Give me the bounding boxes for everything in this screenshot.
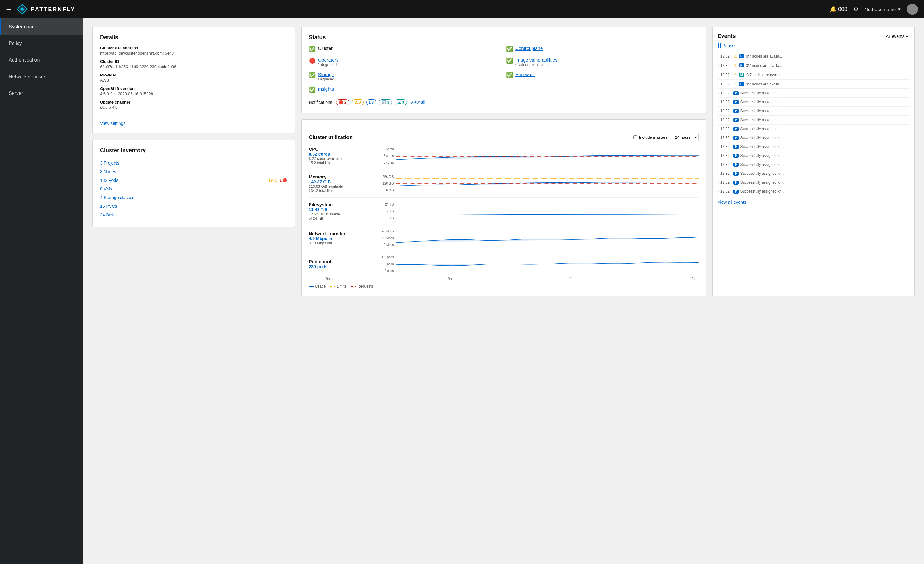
utilization-header: Cluster utilization Include masters 24 h…	[309, 133, 699, 141]
event-item: › 12:32 ⚠ P 0/7 nodes are availa...	[718, 61, 910, 70]
chevron-right-icon[interactable]: ›	[718, 127, 718, 131]
event-text: Successfully assigned kn...	[740, 144, 785, 149]
status-item-operators: 🔴 Operators 1 degraded	[309, 57, 501, 67]
event-time: 12:32	[720, 144, 732, 149]
chevron-right-icon[interactable]: ›	[718, 92, 718, 95]
notif-badge-red[interactable]: 🔴 2	[336, 99, 349, 105]
legend-usage: Usage	[309, 284, 326, 289]
chevron-right-icon[interactable]: ›	[718, 172, 718, 175]
events-filter-select[interactable]: All events	[885, 34, 909, 39]
list-item: 3 Nodes	[100, 167, 287, 176]
view-all-events-link[interactable]: View all events	[718, 200, 910, 205]
chart-pods	[396, 256, 699, 272]
inventory-link-nodes[interactable]: 3 Nodes	[100, 169, 287, 174]
sidebar-item-policy[interactable]: Policy	[0, 35, 83, 52]
event-time: 12:32	[720, 91, 732, 95]
event-text: Successfully assigned kn...	[740, 135, 785, 140]
notif-badge-blue[interactable]: ℹ 3	[366, 99, 376, 105]
operators-sub: 1 degraded	[318, 63, 339, 67]
events-pause-button[interactable]: Pause	[718, 43, 910, 48]
notif-badge-teal[interactable]: 🔄 3	[379, 99, 392, 105]
chevron-right-icon[interactable]: ›	[718, 136, 718, 140]
event-text: 0/7 nodes are availa...	[746, 54, 782, 59]
status-link-hardware[interactable]: Hardware	[515, 72, 535, 77]
util-limit-cpu: 15.2 total limit	[309, 161, 376, 165]
inventory-title: Cluster inventory	[100, 147, 287, 154]
provider-label: Provider	[100, 73, 287, 77]
chevron-right-icon[interactable]: ›	[718, 145, 718, 149]
include-masters-label[interactable]: Include masters	[633, 135, 668, 140]
avatar[interactable]	[907, 4, 918, 15]
status-title: Status	[309, 34, 699, 41]
events-header: Events All events	[718, 33, 910, 39]
warning-icon: ⚠	[734, 54, 737, 59]
inventory-link-disks[interactable]: 24 Disks	[100, 212, 287, 217]
event-badge-m: M	[739, 73, 744, 77]
chevron-right-icon[interactable]: ›	[718, 163, 718, 167]
inventory-link-storage-classes[interactable]: 4 Storage classes	[100, 195, 287, 200]
legend-usage-label: Usage	[315, 284, 326, 289]
event-badge-p: P	[734, 171, 739, 176]
time-range-select[interactable]: 24 hours 1 hour 6 hours	[671, 133, 699, 141]
event-text: Successfully assigned kn...	[740, 127, 785, 131]
inventory-link-projects[interactable]: 3 Projects	[100, 161, 287, 165]
status-link-operators[interactable]: Operators	[318, 57, 339, 63]
inventory-link-pvcs[interactable]: 16 PVCs	[100, 204, 287, 209]
chevron-right-icon[interactable]: ›	[718, 82, 718, 86]
event-badge-p: P	[739, 54, 744, 58]
chevron-right-icon[interactable]: ›	[718, 73, 718, 77]
chevron-right-icon[interactable]: ›	[718, 190, 718, 193]
event-time: 12:32	[720, 162, 732, 167]
status-ok-icon: ✅	[506, 46, 513, 53]
list-item: 16 PVCs	[100, 202, 287, 211]
sidebar-item-system-panel[interactable]: System panel	[0, 18, 83, 35]
status-link-image-vuln[interactable]: Image vulnerabilities	[515, 57, 558, 63]
util-metric-pods: Pod count	[309, 259, 376, 264]
view-settings-link[interactable]: View settings	[100, 121, 125, 126]
util-value-pods: 230 pods	[309, 264, 376, 269]
chevron-right-icon[interactable]: ›	[718, 118, 718, 122]
notif-badge-orange[interactable]: ⚠ 3	[352, 99, 364, 105]
status-link-control-plane[interactable]: Control plane	[515, 46, 543, 51]
event-text: Successfully assigned kn...	[740, 91, 785, 95]
chevron-right-icon[interactable]: ›	[718, 54, 718, 58]
chevron-right-icon[interactable]: ›	[718, 101, 718, 104]
include-masters-checkbox[interactable]	[633, 135, 637, 139]
sidebar-item-network-services[interactable]: Network services	[0, 68, 83, 85]
notif-badge-teal2[interactable]: ☁ 3	[394, 99, 407, 105]
status-link-storage[interactable]: Storage	[318, 72, 334, 77]
list-item: 24 Disks	[100, 211, 287, 219]
settings-gear-icon[interactable]: ⚙	[854, 6, 858, 13]
legend-limits-label: Limits	[337, 284, 346, 289]
event-badge-p: P	[739, 63, 744, 68]
event-badge-p: P	[734, 109, 739, 113]
sidebar-item-server[interactable]: Server	[0, 85, 83, 102]
hamburger-icon[interactable]: ☰	[6, 6, 12, 13]
left-column: Details Cluster API address https://api.…	[92, 27, 295, 296]
user-menu[interactable]: Ned Username ▾	[864, 6, 901, 12]
inventory-link-vms[interactable]: 8 VMs	[100, 186, 287, 191]
status-item-insights: ✅ Insights	[309, 86, 501, 93]
list-item: 3 Projects	[100, 159, 287, 167]
chevron-right-icon[interactable]: ›	[718, 64, 718, 67]
event-badge-p: P	[734, 154, 739, 158]
status-link-insights[interactable]: Insights	[318, 86, 334, 92]
cluster-api-label: Cluster API address	[100, 46, 287, 50]
util-chart-memory: 256 GiB128 GiB0 GiB	[380, 175, 699, 192]
legend-requests-label: Requests	[358, 284, 373, 289]
notifications-bell[interactable]: 🔔 000	[830, 6, 847, 13]
chevron-right-icon[interactable]: ›	[718, 110, 718, 113]
util-limit-memory: 234.2 total limit	[309, 189, 376, 193]
util-available-memory: 113.63 GiB available	[309, 184, 376, 189]
chevron-right-icon[interactable]: ›	[718, 154, 718, 158]
event-badge-p: P	[734, 180, 739, 185]
chart-cpu	[396, 147, 699, 164]
update-channel-label: Update channel	[100, 100, 287, 104]
inventory-link-pods[interactable]: 132 Pods	[100, 178, 266, 183]
status-ok-icon: ✅	[309, 72, 316, 78]
chevron-right-icon[interactable]: ›	[718, 181, 718, 184]
sidebar-item-authentication[interactable]: Authentication	[0, 52, 83, 68]
header: ☰ PATTERNFLY 🔔 000 ⚙ Ned Username ▾	[0, 0, 924, 18]
event-text: Successfully assigned kn...	[740, 180, 785, 185]
view-all-notifications-link[interactable]: View all	[411, 100, 425, 105]
